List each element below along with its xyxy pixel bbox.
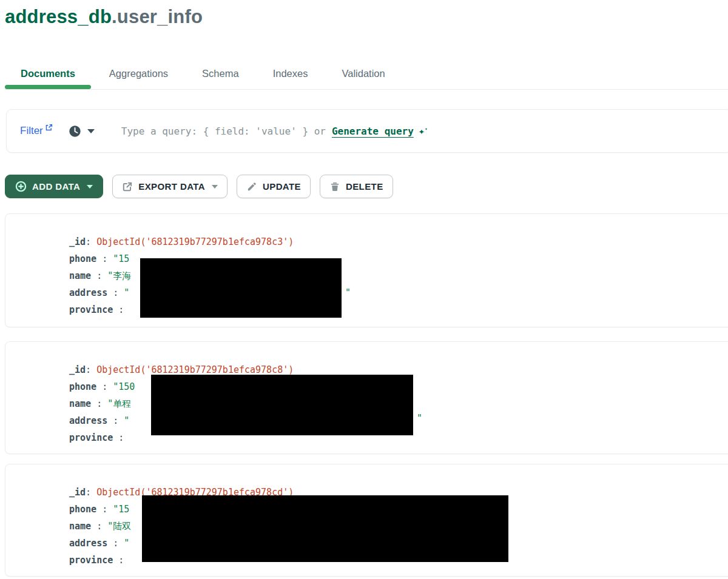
- string-close-quote: ": [417, 410, 422, 427]
- database-name: address_db: [5, 6, 112, 27]
- document-card[interactable]: _id: ObjectId('6812319b77297b1efca978c8'…: [5, 341, 728, 454]
- clock-icon: [69, 125, 81, 138]
- trash-icon: [329, 181, 340, 192]
- update-button[interactable]: UPDATE: [237, 175, 311, 198]
- filter-label: Filter: [20, 125, 43, 137]
- tab-indexes[interactable]: Indexes: [257, 58, 324, 89]
- collection-name: .user_info: [112, 6, 203, 27]
- delete-label: DELETE: [346, 181, 383, 192]
- tab-validation[interactable]: Validation: [326, 58, 400, 89]
- pencil-icon: [246, 181, 257, 192]
- tab-aggregations[interactable]: Aggregations: [93, 58, 184, 89]
- plus-circle-icon: [15, 181, 27, 192]
- chevron-down-icon: [87, 185, 93, 189]
- delete-button[interactable]: DELETE: [320, 175, 393, 198]
- query-input[interactable]: Type a query: { field: 'value' } orGener…: [121, 125, 428, 137]
- redaction-box: [151, 375, 413, 435]
- collection-view: address_db.user_info Documents Aggregati…: [0, 0, 728, 579]
- page-title: address_db.user_info: [5, 6, 203, 28]
- export-data-button[interactable]: EXPORT DATA: [112, 175, 228, 198]
- generate-query-link[interactable]: Generate query: [332, 126, 414, 137]
- query-bar[interactable]: Filter Type a query: { field: 'value' } …: [6, 109, 728, 153]
- document-card[interactable]: _id: ObjectId('6812319b77297b1efca978cd'…: [5, 464, 728, 577]
- chevron-down-icon: [212, 185, 218, 189]
- string-close-quote: ": [345, 284, 351, 301]
- add-data-label: ADD DATA: [32, 181, 80, 192]
- crud-toolbar: ADD DATA EXPORT DATA UPDATE: [5, 175, 393, 198]
- query-placeholder: Type a query: { field: 'value' } or: [121, 126, 326, 137]
- field-id: _id: ObjectId('6812319b77297b1efca978c3'…: [69, 233, 728, 250]
- query-history-button[interactable]: [69, 125, 95, 138]
- redaction-box: [142, 495, 508, 562]
- collection-tabs: Documents Aggregations Schema Indexes Va…: [5, 58, 728, 90]
- add-data-button[interactable]: ADD DATA: [5, 175, 103, 198]
- update-label: UPDATE: [263, 181, 301, 192]
- export-data-label: EXPORT DATA: [138, 181, 205, 192]
- filter-link[interactable]: Filter: [20, 125, 53, 137]
- redaction-box: [140, 258, 342, 318]
- export-icon: [122, 181, 133, 192]
- document-card[interactable]: _id: ObjectId('6812319b77297b1efca978c3'…: [5, 213, 728, 327]
- sparkle-icon: [419, 126, 428, 137]
- tab-schema[interactable]: Schema: [186, 58, 255, 89]
- external-link-icon: [45, 124, 53, 132]
- chevron-down-icon: [87, 129, 95, 133]
- tab-documents[interactable]: Documents: [5, 58, 91, 89]
